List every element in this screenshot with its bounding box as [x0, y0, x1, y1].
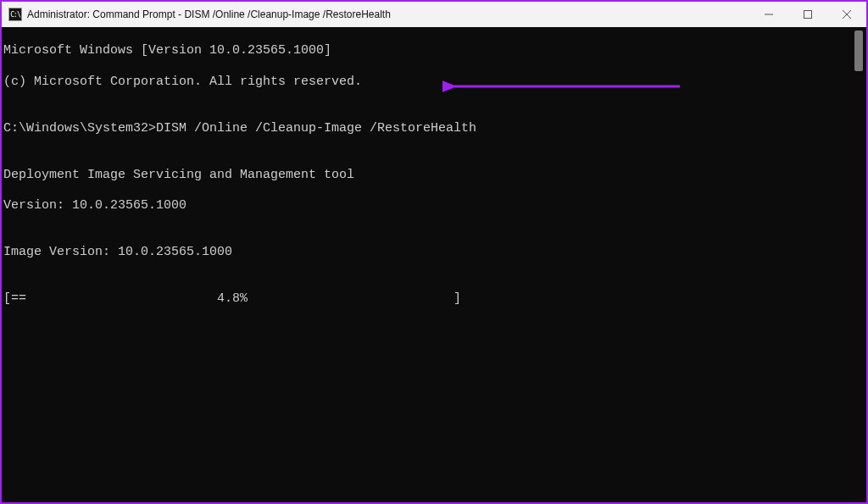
console-line: Version: 10.0.23565.1000	[2, 198, 866, 213]
titlebar[interactable]: C:\ Administrator: Command Prompt - DISM…	[2, 2, 866, 27]
app-icon-text: C:\	[10, 11, 19, 19]
close-icon	[843, 10, 851, 19]
console-output[interactable]: Microsoft Windows [Version 10.0.23565.10…	[2, 27, 866, 502]
console-line: Deployment Image Servicing and Managemen…	[2, 168, 866, 183]
console-line: (c) Microsoft Corporation. All rights re…	[2, 75, 866, 90]
command-prompt-window: C:\ Administrator: Command Prompt - DISM…	[2, 2, 866, 502]
close-button[interactable]	[827, 2, 866, 27]
titlebar-left: C:\ Administrator: Command Prompt - DISM…	[2, 8, 749, 21]
command-prompt-icon: C:\	[8, 8, 22, 21]
console-line: Image Version: 10.0.23565.1000	[2, 245, 866, 260]
console-line: Microsoft Windows [Version 10.0.23565.10…	[2, 43, 866, 58]
scrollbar-thumb[interactable]	[854, 30, 863, 71]
window-controls	[749, 2, 866, 27]
annotation-border: C:\ Administrator: Command Prompt - DISM…	[0, 0, 868, 504]
window-title: Administrator: Command Prompt - DISM /On…	[27, 8, 391, 20]
console-prompt-line: C:\Windows\System32>DISM /Online /Cleanu…	[2, 121, 866, 136]
minimize-button[interactable]	[749, 2, 788, 27]
maximize-button[interactable]	[788, 2, 827, 27]
console-progress-line: [== 4.8% ]	[2, 291, 866, 307]
minimize-icon	[765, 10, 773, 19]
svg-rect-1	[804, 11, 812, 19]
maximize-icon	[804, 10, 812, 19]
